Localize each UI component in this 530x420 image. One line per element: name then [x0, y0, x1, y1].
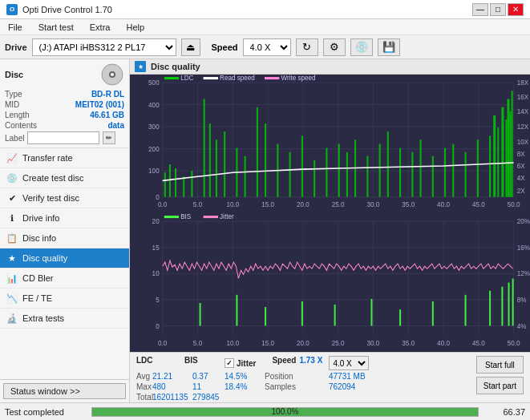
svg-rect-117	[399, 309, 401, 325]
svg-rect-25	[191, 171, 192, 197]
status-window-button[interactable]: Status window >>	[3, 383, 126, 399]
disc-contents-row: Contents data	[5, 121, 124, 130]
refresh-button[interactable]: ↻	[296, 38, 318, 56]
start-full-button[interactable]: Start full	[476, 356, 524, 374]
svg-rect-31	[245, 156, 246, 197]
svg-point-2	[111, 73, 114, 76]
menu-start-test[interactable]: Start test	[34, 22, 79, 33]
svg-text:30.0: 30.0	[367, 201, 380, 208]
avg-jitter: 14.5%	[225, 372, 265, 381]
charts-area: 500 400 300 200 100 0 18X 16X 14X 12X 10…	[130, 75, 530, 352]
lower-chart: 20 15 10 5 0 20% 16% 12% 8% 4% 0.0 5.0 1…	[130, 213, 530, 352]
svg-rect-52	[477, 139, 479, 196]
total-bis: 279845	[192, 393, 225, 402]
svg-rect-123	[512, 279, 514, 326]
svg-rect-3	[130, 75, 530, 213]
svg-text:20%: 20%	[517, 218, 530, 225]
speed-select[interactable]: 4.0 X	[243, 38, 291, 56]
svg-text:5.0: 5.0	[193, 340, 203, 347]
position-val: 47731 MB	[329, 372, 366, 381]
right-panel: ★ Disc quality	[130, 59, 530, 402]
sidebar-item-fe-te[interactable]: 📉 FE / TE	[0, 289, 129, 309]
stats-area: LDC BIS ✓ Jitter Speed 1.73 X 4.0 X	[130, 352, 530, 402]
svg-rect-42	[366, 156, 368, 197]
svg-text:LDC: LDC	[180, 75, 193, 82]
progress-bar-container: 100.0%	[91, 407, 479, 417]
sidebar-item-disc-quality[interactable]: ★ Disc quality	[0, 248, 129, 269]
svg-rect-58	[501, 107, 504, 197]
sidebar-item-cd-bler[interactable]: 📊 CD Bler	[0, 269, 129, 289]
svg-rect-29	[224, 131, 225, 196]
sidebar-item-disc-info[interactable]: 📋 Disc info	[0, 228, 129, 248]
svg-text:40.0: 40.0	[437, 201, 450, 208]
svg-rect-114	[301, 301, 303, 326]
jitter-checkbox[interactable]: ✓	[225, 358, 234, 368]
max-jitter: 18.4%	[225, 382, 265, 391]
sidebar-item-verify-test-disc[interactable]: ✔ Verify test disc	[0, 188, 129, 208]
length-key: Length	[5, 111, 30, 119]
minimize-button[interactable]: —	[472, 3, 488, 16]
speed-dropdown[interactable]: 4.0 X	[329, 356, 369, 370]
menu-help[interactable]: Help	[121, 22, 149, 33]
disc-section: Disc Type BD-R DL MID MEIT02 (001) Lengt…	[0, 59, 129, 148]
drive-select[interactable]: (J:) ATAPI iHBS312 2 PL17	[32, 38, 176, 56]
svg-rect-115	[334, 305, 336, 325]
svg-text:45.0: 45.0	[472, 340, 485, 347]
extra-tests-icon: 🔬	[6, 313, 18, 324]
svg-text:45.0: 45.0	[472, 201, 485, 208]
disc-section-title: Disc	[5, 70, 23, 79]
close-button[interactable]: ✕	[508, 3, 524, 16]
media-button[interactable]: 💿	[350, 38, 373, 56]
svg-rect-90	[204, 77, 218, 79]
disc-header: Disc	[5, 63, 124, 87]
start-part-button[interactable]: Start part	[476, 377, 524, 394]
svg-text:35.0: 35.0	[402, 201, 415, 208]
svg-text:6X: 6X	[517, 163, 526, 170]
sidebar-item-transfer-rate[interactable]: 📈 Transfer rate	[0, 148, 129, 168]
svg-text:500: 500	[148, 79, 160, 87]
svg-text:12X: 12X	[517, 123, 529, 131]
svg-rect-44	[387, 131, 389, 196]
maximize-button[interactable]: □	[490, 3, 506, 16]
menu-extra[interactable]: Extra	[85, 22, 115, 33]
main-area: Disc Type BD-R DL MID MEIT02 (001) Lengt…	[0, 59, 530, 402]
speed-label: Speed	[212, 42, 238, 52]
disc-quality-label: Disc quality	[22, 253, 67, 263]
svg-rect-59	[507, 99, 509, 197]
svg-text:16X: 16X	[517, 94, 529, 101]
label-input[interactable]	[27, 131, 99, 144]
svg-rect-148	[204, 216, 218, 218]
config-button[interactable]: ⚙	[323, 38, 346, 56]
svg-text:0.0: 0.0	[158, 340, 168, 347]
svg-rect-49	[444, 148, 446, 197]
menubar: File Start test Extra Help	[0, 19, 530, 35]
save-button[interactable]: 💾	[378, 38, 400, 56]
sidebar-item-extra-tests[interactable]: 🔬 Extra tests	[0, 309, 129, 329]
avg-ldc: 21.21	[152, 372, 192, 381]
svg-rect-33	[265, 123, 266, 197]
svg-rect-60	[512, 91, 513, 196]
svg-rect-26	[204, 99, 205, 197]
cd-bler-label: CD Bler	[22, 273, 54, 283]
svg-text:20: 20	[152, 218, 160, 225]
menu-file[interactable]: File	[3, 22, 27, 33]
eject-button[interactable]: ⏏	[181, 38, 200, 56]
svg-text:5: 5	[156, 297, 160, 304]
svg-text:0: 0	[156, 323, 160, 330]
label-edit-button[interactable]: ✏	[103, 131, 115, 144]
svg-text:10X: 10X	[517, 139, 529, 146]
speed-display: 66.37	[485, 407, 525, 417]
transfer-rate-label: Transfer rate	[22, 153, 73, 163]
svg-text:Jitter: Jitter	[220, 213, 234, 220]
disc-quality-icon: ★	[6, 252, 18, 264]
svg-rect-119	[465, 295, 467, 326]
svg-text:14X: 14X	[517, 108, 529, 115]
col-jitter-header: Jitter	[237, 359, 256, 368]
sidebar-item-drive-info[interactable]: ℹ Drive info	[0, 208, 129, 228]
fe-te-icon: 📉	[6, 293, 18, 304]
svg-rect-121	[501, 287, 503, 326]
svg-rect-54	[497, 127, 499, 197]
svg-text:2X: 2X	[517, 188, 526, 195]
sidebar-item-create-test-disc[interactable]: 💿 Create test disc	[0, 168, 129, 188]
svg-text:12%: 12%	[517, 271, 530, 278]
